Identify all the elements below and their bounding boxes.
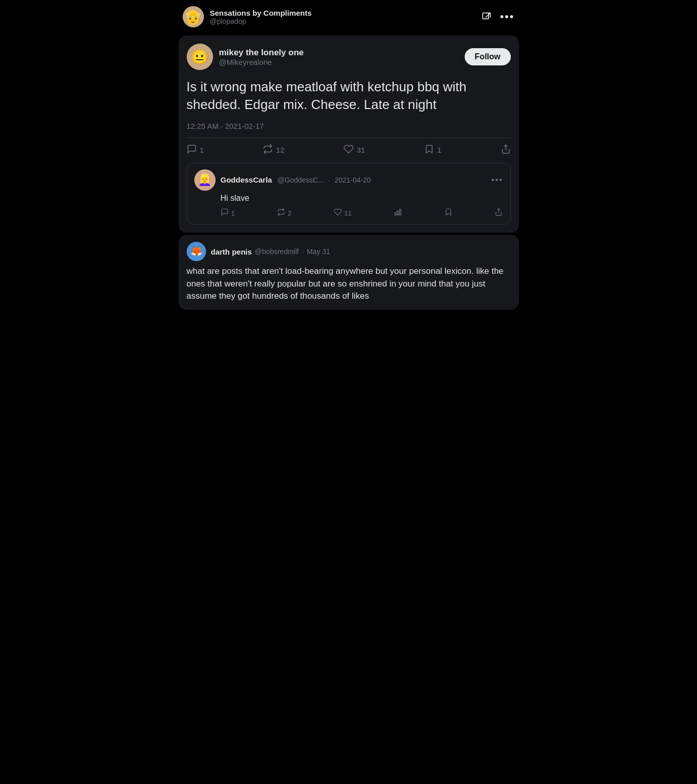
reply-like-count: 11 — [344, 209, 352, 217]
bottom-tweet-meta: darth penis @bobsredmilf · May 31 — [211, 247, 330, 256]
like-count: 31 — [357, 146, 365, 154]
reply-handle: @GoddessC... — [277, 176, 324, 184]
tweet-avatar[interactable]: 😐 — [187, 44, 213, 70]
reply-analytics-action[interactable] — [394, 208, 402, 218]
reply-retweet-icon — [277, 208, 285, 218]
tweet-display-name: mikey the lonely one — [219, 48, 304, 58]
tweet-author-info: mikey the lonely one @Mikeyrealone — [219, 48, 304, 66]
svg-rect-3 — [395, 213, 396, 216]
reply-actions: 1 2 11 — [194, 208, 503, 218]
share-action[interactable] — [501, 144, 511, 156]
top-bar-avatar[interactable]: 👴 — [183, 6, 204, 27]
reply-action[interactable]: 1 — [187, 144, 204, 156]
reply-bookmark-icon — [444, 208, 452, 218]
tweet-handle: @Mikeyrealone — [219, 58, 304, 66]
bookmark-action[interactable]: 1 — [424, 144, 441, 156]
svg-rect-4 — [397, 211, 399, 215]
reply-like-action[interactable]: 11 — [334, 208, 352, 218]
svg-line-1 — [486, 13, 491, 18]
reply-count: 1 — [200, 146, 204, 154]
tweet-header-left: 😐 mikey the lonely one @Mikeyrealone — [187, 44, 304, 70]
tweet-body: Is it wrong make meatloaf with ketchup b… — [187, 78, 511, 114]
reply-tweet-header-left: 👱‍♀️ GoddessCarla @GoddessC... · 2021-04… — [194, 169, 371, 191]
bookmark-count: 1 — [437, 146, 441, 154]
reply-retweet-action[interactable]: 2 — [277, 208, 291, 218]
top-bar-left: 👴 Sensations by Compliments @plopadop — [183, 6, 312, 27]
reply-tweet-card: 👱‍♀️ GoddessCarla @GoddessC... · 2021-04… — [187, 163, 511, 225]
reply-display-name: GoddessCarla — [221, 175, 272, 184]
reply-body: Hi slave — [194, 194, 503, 203]
external-link-button[interactable] — [481, 12, 492, 22]
reply-reply-count: 1 — [231, 209, 235, 217]
top-bar-info: Sensations by Compliments @plopadop — [210, 9, 312, 25]
top-bar-handle: @plopadop — [210, 17, 312, 25]
retweet-count: 12 — [276, 146, 285, 154]
top-bar: 👴 Sensations by Compliments @plopadop ••… — [175, 0, 523, 33]
bottom-date: May 31 — [307, 247, 330, 256]
tweet-actions: 1 12 31 1 — [187, 137, 511, 156]
bottom-separator: · — [302, 247, 304, 256]
top-bar-display-name: Sensations by Compliments — [210, 9, 312, 17]
bottom-handle: @bobsredmilf — [255, 247, 299, 256]
reply-more-button[interactable]: ••• — [492, 175, 503, 185]
reply-date: 2021-04-20 — [335, 176, 371, 184]
reply-dot: · — [328, 176, 330, 184]
bottom-avatar[interactable]: 🦊 — [187, 242, 206, 261]
main-tweet-card: 😐 mikey the lonely one @Mikeyrealone Fol… — [179, 35, 519, 233]
bottom-display-name: darth penis — [211, 247, 252, 256]
reply-retweet-count: 2 — [288, 209, 291, 217]
reply-author-info: GoddessCarla @GoddessC... · 2021-04-20 — [221, 175, 371, 185]
reply-reply-action[interactable]: 1 — [221, 208, 235, 218]
svg-text:🦊: 🦊 — [190, 245, 202, 257]
follow-button[interactable]: Follow — [465, 48, 511, 65]
reply-tweet-header: 👱‍♀️ GoddessCarla @GoddessC... · 2021-04… — [194, 169, 503, 191]
share-icon — [501, 144, 511, 156]
more-options-button[interactable]: ••• — [500, 10, 514, 23]
like-action[interactable]: 31 — [343, 144, 365, 156]
bottom-tweet-header: 🦊 darth penis @bobsredmilf · May 31 — [187, 242, 511, 261]
like-icon — [343, 144, 354, 156]
retweet-action[interactable]: 12 — [263, 144, 285, 156]
reply-bookmark-action[interactable] — [444, 208, 452, 218]
svg-rect-5 — [399, 209, 401, 215]
reply-reply-icon — [221, 208, 229, 218]
reply-share-icon — [495, 208, 503, 218]
tweet-header: 😐 mikey the lonely one @Mikeyrealone Fol… — [187, 44, 511, 70]
retweet-icon — [263, 144, 273, 156]
bottom-tweet-card: 🦊 darth penis @bobsredmilf · May 31 what… — [179, 235, 519, 310]
reply-share-action[interactable] — [495, 208, 503, 218]
reply-avatar[interactable]: 👱‍♀️ — [194, 169, 216, 191]
top-bar-actions: ••• — [481, 10, 514, 23]
bottom-tweet-body: what are posts that aren't load-bearing … — [187, 265, 511, 303]
reply-icon — [187, 144, 197, 156]
reply-analytics-icon — [394, 208, 402, 218]
bookmark-icon — [424, 144, 434, 156]
tweet-timestamp: 12:25 AM · 2021-02-17 — [187, 122, 511, 130]
reply-like-icon — [334, 208, 342, 218]
